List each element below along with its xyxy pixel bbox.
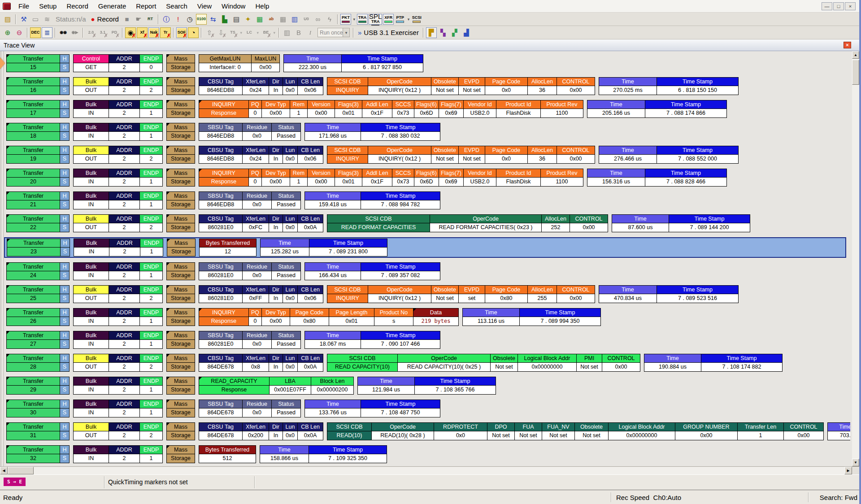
collapse-marker-icon[interactable]: [7, 146, 9, 149]
collapse-marker-icon[interactable]: [7, 192, 9, 195]
hide-downstream-button[interactable]: ⇩✗: [216, 27, 226, 38]
scroll-left-icon[interactable]: ◀: [0, 467, 8, 474]
collapse-marker-icon[interactable]: [199, 169, 202, 172]
close-button[interactable]: ×: [845, 2, 856, 10]
errors-button[interactable]: !: [173, 14, 183, 25]
vertical-scroll-thumb[interactable]: [852, 60, 859, 85]
collapse-marker-icon[interactable]: [7, 423, 9, 426]
spl-tra-level-button[interactable]: SPLTRA: [369, 14, 382, 25]
info-button[interactable]: ⓘ: [161, 14, 172, 25]
menu-generate[interactable]: Generate: [93, 1, 131, 11]
bold-button[interactable]: B: [293, 27, 304, 38]
collapse-marker-icon[interactable]: [167, 377, 170, 380]
quicktiming-badge[interactable]: S → E: [4, 478, 26, 486]
chevron-down-icon[interactable]: ▾: [343, 28, 349, 37]
collapse-marker-icon[interactable]: [167, 215, 170, 217]
transfer-row-16[interactable]: Transfer16HSBulkOUTADDR2ENDP2MassStorage…: [6, 77, 850, 96]
open-file-button[interactable]: ▨: [2, 14, 13, 25]
hide-pd-button[interactable]: PD✗: [109, 27, 120, 38]
collapse-marker-icon[interactable]: [7, 123, 9, 126]
chevron-down-icon[interactable]: ▾: [257, 30, 259, 35]
collapse-marker-icon[interactable]: [7, 239, 10, 242]
compare-button[interactable]: ⇆: [208, 14, 218, 25]
transfer-row-22[interactable]: Transfer22HSBulkOUTADDR2ENDP2MassStorage…: [6, 214, 850, 233]
transfer-row-19[interactable]: Transfer19HSBulkOUTADDR2ENDP2MassStorage…: [6, 146, 850, 164]
minimize-button[interactable]: —: [822, 2, 832, 10]
timeline-view-button[interactable]: ▥: [282, 27, 292, 38]
collapse-marker-icon[interactable]: [7, 55, 9, 57]
navigator-button[interactable]: ✦: [243, 14, 253, 25]
transfer-row-24[interactable]: Transfer24HSBulkINADDR2ENDP1MassStorageS…: [6, 262, 850, 281]
transfer-row-29[interactable]: Transfer29HSBulkINADDR2ENDP1MassStorageR…: [6, 377, 850, 395]
chevron-down-icon[interactable]: ▾: [273, 30, 275, 35]
hide-lc-button[interactable]: LC▾: [244, 27, 255, 38]
collapse-marker-icon[interactable]: [167, 78, 170, 80]
collapse-marker-icon[interactable]: [167, 146, 170, 149]
maximize-button[interactable]: □: [833, 2, 844, 10]
horizontal-scroll-thumb[interactable]: [8, 467, 34, 474]
menu-search[interactable]: Search: [161, 1, 192, 11]
exerciser-button[interactable]: »USB 3.1 Exerciser: [356, 27, 421, 38]
collapse-marker-icon[interactable]: [167, 400, 170, 403]
vertical-scrollbar[interactable]: ▲ ▼: [852, 51, 859, 466]
tra-level-button[interactable]: TRA: [357, 14, 368, 25]
zoom-out-button[interactable]: ⊖: [14, 27, 25, 38]
rt-stats-button[interactable]: RT: [145, 14, 156, 25]
find-next-button[interactable]: ◉▶: [70, 27, 80, 38]
transfer-row-30[interactable]: Transfer30HSBulkINADDR2ENDP1MassStorageS…: [6, 400, 850, 418]
collapse-marker-icon[interactable]: [7, 331, 9, 334]
record-button[interactable]: ●Record: [89, 14, 121, 25]
transfer-row-23[interactable]: Transfer23HSBulkINADDR2ENDP1MassStorageB…: [4, 237, 846, 258]
collapse-marker-icon[interactable]: [167, 423, 170, 426]
hide-polling-button[interactable]: ◉✗: [125, 27, 136, 38]
hide-usb2-button[interactable]: 2.0✗: [86, 27, 96, 38]
panel-close-icon[interactable]: ×: [844, 42, 851, 48]
collapse-marker-icon[interactable]: [167, 446, 170, 448]
collapse-marker-icon[interactable]: [7, 169, 9, 172]
hide-nak-button[interactable]: Nak✗: [148, 27, 159, 38]
collapse-marker-icon[interactable]: [7, 286, 9, 288]
ltssm-view-button[interactable]: ▦: [254, 14, 265, 25]
transfer-row-20[interactable]: Transfer20HSBulkINADDR2ENDP1MassStorageI…: [6, 169, 850, 187]
scroll-up-icon[interactable]: ▲: [852, 51, 859, 59]
transfer-row-17[interactable]: Transfer17HSBulkINADDR2ENDP1MassStorageI…: [6, 100, 850, 118]
hide-tr-button[interactable]: Tr✗: [160, 27, 171, 38]
menu-report[interactable]: Report: [131, 1, 161, 11]
scroll-down-icon[interactable]: ▼: [852, 459, 859, 466]
collapse-marker-icon[interactable]: [167, 286, 170, 288]
layout-option-2-button[interactable]: ▚: [438, 27, 448, 38]
usb3-speed-button[interactable]: ≋: [42, 14, 52, 25]
transfer-row-18[interactable]: Transfer18HSBulkINADDR2ENDP1MassStorageS…: [6, 123, 850, 141]
collapse-marker-icon[interactable]: [7, 78, 9, 80]
collapse-marker-icon[interactable]: [7, 354, 9, 357]
menu-setup[interactable]: Setup: [34, 1, 61, 11]
transfer-row-21[interactable]: Transfer21HSBulkINADDR2ENDP1MassStorageS…: [6, 191, 850, 210]
layout-option-4-button[interactable]: ▟: [461, 27, 472, 38]
spec-report-button[interactable]: ▥: [289, 14, 300, 25]
chevron-down-icon[interactable]: ▾: [408, 17, 410, 22]
raw-bits-button[interactable]: 0100: [196, 14, 207, 25]
zoom-in-button[interactable]: ⊕: [2, 27, 13, 38]
hide-sof-button[interactable]: SOF✗: [176, 27, 187, 38]
transfer-row-15[interactable]: Transfer15HSControlGETADDR2ENDP0MassStor…: [6, 54, 850, 73]
hide-ts-button[interactable]: TS✗▾: [227, 27, 238, 38]
collapse-marker-icon[interactable]: [167, 308, 170, 311]
traffic-summary-button[interactable]: ▤: [231, 14, 242, 25]
collapse-marker-icon[interactable]: [7, 377, 9, 380]
hide-be-button[interactable]: BE✗▾: [261, 27, 271, 38]
collapse-marker-icon[interactable]: [7, 400, 9, 403]
collapse-marker-icon[interactable]: [167, 55, 170, 57]
find-button[interactable]: ◉◉: [58, 27, 69, 38]
collapse-marker-icon[interactable]: [7, 215, 9, 217]
link-state-button[interactable]: ∞: [313, 14, 323, 25]
collapse-marker-icon[interactable]: [167, 169, 170, 172]
collapse-marker-icon[interactable]: [7, 100, 9, 103]
horizontal-scroll-track[interactable]: [34, 467, 844, 474]
hide-xfer-filter-button[interactable]: Xf✗: [137, 27, 148, 38]
run-mode-combo[interactable]: Run once▾: [317, 28, 350, 37]
collapse-marker-icon[interactable]: [167, 100, 170, 103]
layout-option-1-button[interactable]: ▛: [426, 27, 437, 38]
transfer-row-31[interactable]: Transfer31HSBulkOUTADDR2ENDP2MassStorage…: [6, 422, 850, 441]
italic-button[interactable]: I: [305, 27, 316, 38]
collapse-marker-icon[interactable]: [199, 377, 202, 380]
